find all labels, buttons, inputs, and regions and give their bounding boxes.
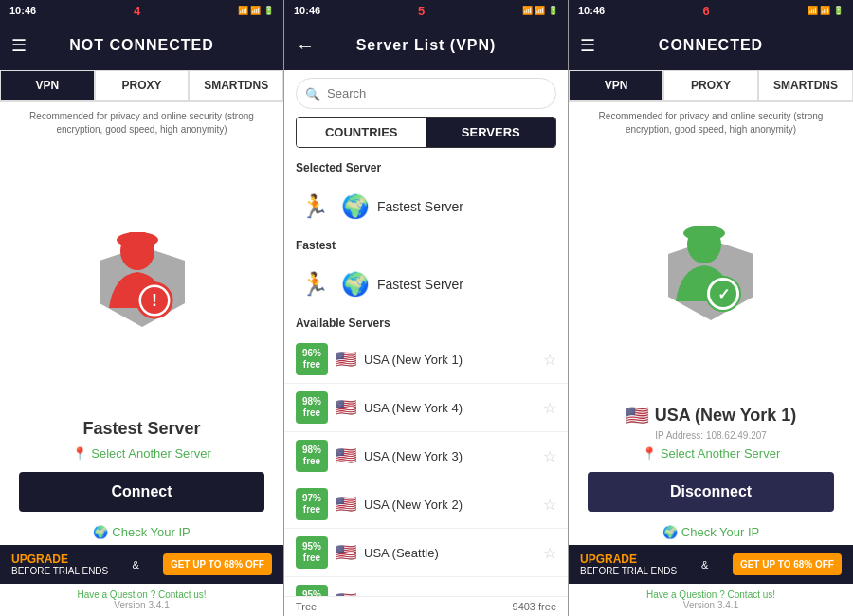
server-flag-3: 🇺🇸 — [336, 494, 356, 515]
search-bar-2: 🔍 — [284, 70, 568, 117]
server-badge-3: 97%free — [296, 488, 328, 520]
usa-flag-3: 🇺🇸 — [626, 404, 649, 426]
status-time-3: 10:46 — [578, 5, 605, 16]
server-star-1[interactable]: ☆ — [543, 399, 556, 417]
screen-not-connected: 10:46 4 📶 📶 🔋 ☰ NOT CONNECTED VPN PROXY … — [0, 0, 284, 616]
upgrade-button-3[interactable]: GET UP TO 68% OFF — [733, 553, 842, 575]
contact-link-1[interactable]: Have a Question ? Contact us! — [6, 589, 278, 600]
server-badge-5: 95%free — [296, 585, 328, 596]
select-server-1[interactable]: 📍 Select Another Server — [0, 443, 283, 464]
tab-vpn-3[interactable]: VPN — [569, 70, 663, 100]
header-3: ☰ CONNECTED — [569, 21, 853, 70]
ip-address-3: IP Address: 108.62.49.207 — [569, 430, 853, 441]
ampersand-1: & — [132, 559, 138, 571]
menu-icon-1[interactable]: ☰ — [11, 35, 27, 56]
screen-num-3: 6 — [702, 4, 709, 18]
server-name-4: USA (Seattle) — [364, 546, 543, 560]
screen-connected: 10:46 6 📶 📶 🔋 ☰ CONNECTED VPN PROXY SMAR… — [569, 0, 853, 616]
globe-icon-fastest-2: 🌍 — [341, 271, 370, 298]
svg-rect-8 — [695, 226, 714, 239]
globe-icon-selected-2: 🌍 — [341, 193, 370, 220]
server-item-1[interactable]: 98%free 🇺🇸 USA (New York 4) ☆ — [284, 384, 568, 432]
tab-servers-2[interactable]: SERVERS — [426, 118, 556, 147]
server-name-2: USA (New York 3) — [364, 449, 543, 463]
screen-server-list: 10:46 5 📶 📶 🔋 ← Server List (VPN) 🔍 COUN… — [284, 0, 569, 616]
back-icon-2[interactable]: ← — [296, 35, 315, 57]
server-item-3[interactable]: 97%free 🇺🇸 USA (New York 2) ☆ — [284, 480, 568, 529]
svg-rect-2 — [128, 232, 147, 245]
server-name-3: USA (New York 1) — [655, 406, 797, 426]
available-servers-label-2: Available Servers — [284, 311, 568, 335]
search-input-2[interactable] — [296, 78, 556, 109]
fastest-item-2[interactable]: 🏃 🌍 Fastest Server — [284, 258, 568, 311]
server-badge-4: 95%free — [296, 536, 328, 569]
screen-num-1: 4 — [134, 4, 140, 18]
contact-link-3[interactable]: Have a Question ? Contact us! — [574, 589, 847, 600]
globe-icon-3: 🌍 — [662, 525, 678, 539]
server-item-0[interactable]: 96%free 🇺🇸 USA (New York 1) ☆ — [284, 335, 568, 384]
server-name-0: USA (New York 1) — [364, 353, 543, 367]
tab-countries-2[interactable]: COUNTRIES — [297, 118, 426, 147]
footer-3: Have a Question ? Contact us! Version 3.… — [569, 584, 853, 616]
fastest-label-2: Fastest — [284, 233, 568, 258]
header-2: ← Server List (VPN) — [284, 21, 568, 70]
screen-content-1: VPN PROXY SMARTDNS Recommended for priva… — [0, 70, 283, 616]
tab-proxy-1[interactable]: PROXY — [95, 70, 190, 100]
fastest-server-name-2: Fastest Server — [377, 277, 463, 292]
server-item-2[interactable]: 98%free 🇺🇸 USA (New York 3) ☆ — [284, 432, 568, 480]
upgrade-banner-1: UPGRADE BEFORE TRIAL ENDS & GET UP TO 68… — [0, 545, 283, 584]
disconnect-button-3[interactable]: Disconnect — [588, 472, 834, 512]
select-server-3[interactable]: 📍 Select Another Server — [569, 443, 853, 464]
upgrade-sub-3: BEFORE TRIAL ENDS — [580, 566, 677, 576]
ampersand-3: & — [701, 559, 708, 571]
status-bar-3: 10:46 6 📶 📶 🔋 — [569, 0, 853, 21]
check-ip-3[interactable]: 🌍 Check Your IP — [569, 519, 853, 545]
status-icons-2: 📶 📶 🔋 — [522, 6, 558, 15]
tab-vpn-1[interactable]: VPN — [0, 70, 95, 100]
shield-person-red: ! — [81, 223, 204, 336]
server-name-1: USA (New York 4) — [364, 401, 543, 415]
status-time-2: 10:46 — [294, 5, 320, 16]
upgrade-sub-1: BEFORE TRIAL ENDS — [11, 566, 108, 576]
server-flag-0: 🇺🇸 — [336, 349, 356, 370]
connect-button-1[interactable]: Connect — [19, 472, 264, 512]
tab-smartdns-3[interactable]: SMARTDNS — [758, 70, 853, 100]
version-1: Version 3.4.1 — [6, 600, 278, 610]
screen-num-2: 5 — [418, 4, 425, 18]
server-flag-1: 🇺🇸 — [336, 397, 356, 418]
server-star-3[interactable]: ☆ — [543, 496, 556, 514]
status-bar-1: 10:46 4 📶 📶 🔋 — [0, 0, 283, 21]
menu-icon-3[interactable]: ☰ — [580, 35, 595, 56]
runner-icon-fastest-2: 🏃 — [296, 265, 334, 303]
cs-tabs-2: COUNTRIES SERVERS — [296, 117, 556, 148]
header-1: ☰ NOT CONNECTED — [0, 21, 283, 70]
status-icons-3: 📶 📶 🔋 — [808, 6, 844, 15]
server-badge-2: 98%free — [296, 440, 328, 472]
shield-person-green: ✓ — [649, 216, 772, 330]
tab-proxy-3[interactable]: PROXY — [663, 70, 758, 100]
server-star-2[interactable]: ☆ — [543, 447, 556, 465]
server-item-4[interactable]: 95%free 🇺🇸 USA (Seattle) ☆ — [284, 529, 568, 577]
check-ip-1[interactable]: 🌍 Check Your IP — [0, 519, 283, 545]
upgrade-button-1[interactable]: GET UP TO 68% OFF — [163, 553, 272, 575]
screen-content-3: VPN PROXY SMARTDNS Recommended for priva… — [569, 70, 853, 616]
tree-label-2: Tree — [296, 601, 317, 612]
location-icon-3: 📍 — [642, 446, 657, 461]
tabs-1: VPN PROXY SMARTDNS — [0, 70, 283, 102]
selected-server-item-2[interactable]: 🏃 🌍 Fastest Server — [284, 180, 568, 233]
server-item-5[interactable]: 95%free 🇺🇸 USA (Atlanta) ☆ — [284, 577, 568, 596]
header-title-2: Server List (VPN) — [356, 37, 497, 54]
server-badge-0: 96%free — [296, 343, 328, 375]
status-bar-2: 10:46 5 📶 📶 🔋 — [284, 0, 568, 21]
location-icon-1: 📍 — [72, 446, 87, 461]
server-star-4[interactable]: ☆ — [543, 544, 556, 562]
tab-smartdns-1[interactable]: SMARTDNS — [189, 70, 283, 100]
header-title-3: CONNECTED — [659, 37, 763, 54]
screen-content-2: 🔍 COUNTRIES SERVERS Selected Server 🏃 🌍 … — [284, 70, 568, 616]
server-list-2: Selected Server 🏃 🌍 Fastest Server Faste… — [284, 155, 568, 596]
header-title-1: NOT CONNECTED — [69, 37, 214, 54]
server-star-0[interactable]: ☆ — [543, 351, 556, 369]
svg-text:✓: ✓ — [717, 286, 730, 302]
svg-text:!: ! — [152, 291, 157, 310]
selected-server-label-2: Selected Server — [284, 155, 568, 180]
